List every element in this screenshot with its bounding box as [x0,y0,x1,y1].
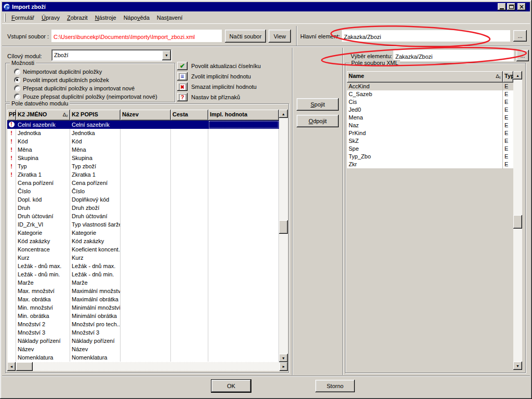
menu-item-formul[interactable]: Formulář [8,13,38,22]
menu-item-nstroje[interactable]: Nástroje [91,13,120,22]
xml-table-row[interactable]: PrKindE [347,129,513,137]
module-table-row[interactable]: ČísloČíslo [7,187,279,195]
question-icon[interactable]: ? [177,93,188,101]
xml-column-header-2[interactable]: Typ [503,71,513,83]
module-table-row[interactable]: !Celní sazebníkCelní sazebník [7,121,279,129]
xml-table-vscrollbar[interactable]: ▲ ▼ [513,71,522,370]
hscroll-thumb[interactable] [16,362,33,371]
xml-table-row[interactable]: AccKindE [347,83,513,90]
xml-table-row[interactable]: SkZE [347,137,513,145]
radio-icon[interactable] [14,69,20,75]
module-table-row[interactable]: KoncentraceKoeficient koncent... [7,245,279,254]
main-element-input[interactable] [342,30,510,42]
column-header-2[interactable]: K2 JMÉNO∆₂ [16,110,70,121]
xml-table-row[interactable]: SpeE [347,145,513,153]
scroll-down-icon[interactable]: ▼ [513,362,522,370]
radio-option-2[interactable]: Povolit import duplicitních položek [14,76,109,84]
cancel-button[interactable]: Storno [315,380,355,392]
connect-button[interactable]: Spojit [297,98,339,111]
menu-item-npovda[interactable]: Nápověda [120,13,153,22]
input-file-input[interactable] [51,30,222,42]
radio-option-3[interactable]: Přepsat duplicitní položky a importovat … [14,85,135,92]
module-table-row[interactable]: Max. množstvíMaximální množstv... [7,287,279,295]
list-icon[interactable]: ≣ [177,72,188,81]
column-header-5[interactable]: Cesta [171,110,208,121]
xml-table-row[interactable]: ZkrE [347,161,513,168]
ok-button[interactable]: OK [211,380,251,392]
module-table-row[interactable]: !SkupinaSkupina [7,154,279,162]
disconnect-button[interactable]: Odpojit [297,115,339,127]
scroll-up-icon[interactable]: ▲ [513,71,522,79]
module-table-row[interactable]: !JednotkaJednotka [7,129,279,137]
module-table-row[interactable]: KategorieKategorie [7,229,279,237]
scroll-down-icon[interactable]: ▼ [279,354,288,362]
column-header-1[interactable]: PP [7,110,16,121]
chevron-down-icon[interactable]: ▼ [162,50,171,60]
module-table-row[interactable]: Množství 2Množství pro tech... [7,320,279,328]
module-table-row[interactable]: Množství 3Množství 3 [7,328,279,337]
module-table-row[interactable]: Druh účtováníDruh účtování [7,212,279,220]
radio-icon[interactable] [14,77,20,83]
column-header-6[interactable]: Impl. hodnota [208,110,279,121]
xml-table-row[interactable]: Jed0E [347,106,513,114]
select-element-browse-button[interactable]: ... [516,50,529,61]
module-table-row[interactable]: Dopl. kódDoplňkový kód [7,195,279,204]
module-table-row[interactable]: !MěnaMěna [7,145,279,154]
close-button[interactable]: × [517,3,526,10]
k2-name-cell: Kód zakázky [16,237,70,245]
module-table-row[interactable]: Náklady pořízeníNáklady pořízení [7,337,279,345]
radio-option-1[interactable]: Neimportovat duplicitní položky [14,68,102,75]
column-header-3[interactable]: K2 POPIS [70,110,121,121]
vscroll-thumb[interactable] [279,220,288,234]
menu-item-nastaven[interactable]: Nastavení [153,13,187,22]
check-icon[interactable]: ✔ [177,62,188,70]
module-table-vscrollbar[interactable]: ▲ ▼ [279,110,288,362]
module-table-row[interactable]: DruhDruh zboží [7,204,279,212]
module-table-row[interactable]: MaržeMarže [7,278,279,287]
module-table-row[interactable]: Min. množstvíMinimální množství... [7,303,279,312]
maximize-button[interactable] [507,3,515,10]
xml-typ-cell: E [503,106,513,114]
menu-item-zobrazit[interactable]: Zobrazit [63,13,91,22]
radio-option-4[interactable]: Pouze přepsat duplicitní položky (neimpo… [14,93,157,100]
vscroll-thumb[interactable] [513,215,522,229]
xml-table-row[interactable]: NazE [347,122,513,129]
impl-hodnota-cell [208,287,279,295]
scroll-right-icon[interactable]: ► [280,362,288,371]
minimize-button[interactable] [498,3,506,10]
module-table-row[interactable]: Ležák - dnů max.Ležák - dnů max. [7,262,279,270]
xml-column-header-1[interactable]: Name∆₁ [347,71,503,83]
module-table-row[interactable]: KurzKurz [7,254,279,262]
select-element-input[interactable] [393,50,514,61]
menu-item-pravy[interactable]: Úpravy [38,13,63,22]
module-table-row[interactable]: Kód zakázkyKód zakázky [7,237,279,245]
xml-table-row[interactable]: C_SazebE [347,90,513,98]
load-file-button[interactable]: Načti soubor [225,30,266,43]
radio-icon[interactable] [14,94,20,100]
module-table-row[interactable]: Max. obrátkaMaximální obrátka [7,295,279,303]
module-table-hscrollbar[interactable]: ◄ ► [7,362,288,371]
cesta-cell [171,170,208,179]
main-element-browse-button[interactable]: ... [513,30,527,42]
xml-table-row[interactable]: CisE [347,98,513,106]
module-table-row[interactable]: !TypTyp zboží [7,162,279,170]
module-table-row[interactable]: !Zkratka 1Zkratka 1 [7,170,279,179]
module-table-row[interactable]: !KódKód [7,137,279,145]
nazev-cell [121,245,171,254]
scroll-up-icon[interactable]: ▲ [279,110,288,118]
module-table-row[interactable]: Min. obrátkaMinimální obrátka [7,312,279,320]
delete-x-icon[interactable]: ✖ [177,83,188,91]
xml-table-row[interactable]: MenaE [347,114,513,122]
module-table-row[interactable]: ID_Zrk_VlTyp vlastnosti šarže [7,220,279,229]
module-table-row[interactable]: Ležák - dnů min.Ležák - dnů min. [7,270,279,278]
column-header-4[interactable]: Název [121,110,171,121]
module-table-row[interactable]: NázevNázev [7,345,279,353]
target-module-combobox[interactable]: Zboží ▼ [51,49,172,61]
radio-icon[interactable] [14,85,20,91]
module-table-row[interactable]: NomenklaturaNomenklatura [7,353,279,362]
module-table-row[interactable]: Cena pořízeníCena pořízení [7,179,279,187]
xml-table-row[interactable]: Typ_ZboE [347,153,513,161]
scroll-left-icon[interactable]: ◄ [7,362,16,371]
menu-grip[interactable] [4,14,6,22]
view-button[interactable]: View [269,30,291,43]
